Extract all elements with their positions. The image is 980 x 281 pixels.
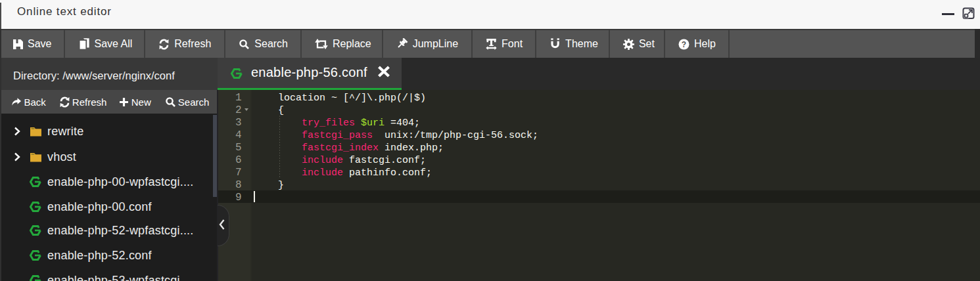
svg-text:?: ? (682, 39, 686, 49)
